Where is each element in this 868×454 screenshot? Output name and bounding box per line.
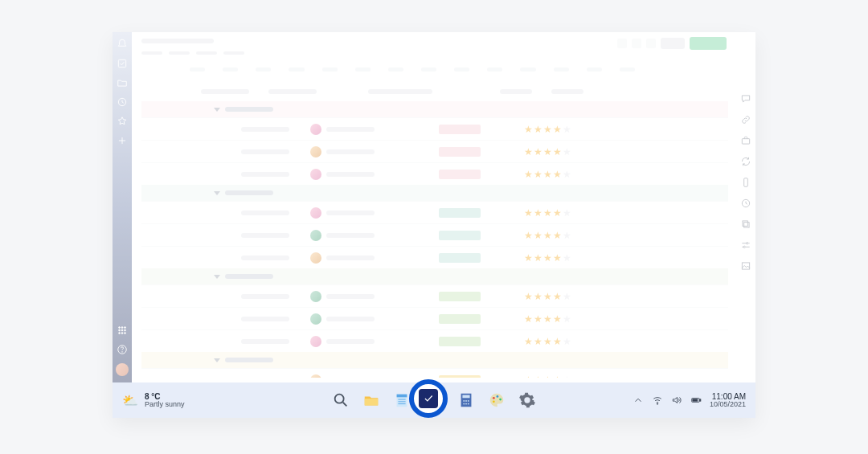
svg-point-10 [125,333,126,334]
assignee-avatar[interactable] [310,146,321,157]
clock-icon[interactable] [117,96,128,108]
cell-skeleton [326,294,375,299]
weather-widget[interactable]: ⛅ 8 °C Partly sunny [122,393,185,408]
star-icon: ★ [524,292,533,301]
chevron-down-icon [214,275,220,279]
apps-grid-icon[interactable] [117,325,128,336]
table-row[interactable]: ★★★★★ [141,162,728,185]
table-row[interactable]: ★★★★★ [141,368,728,378]
paint-icon[interactable] [487,391,506,410]
cell-skeleton [241,211,289,215]
header-icon[interactable] [632,39,641,48]
table-row[interactable]: ★★★★★ [141,140,728,162]
column-group-line [132,67,635,76]
user-avatar[interactable] [116,363,129,376]
assignee-avatar[interactable] [310,336,321,347]
comment-icon[interactable] [740,93,751,104]
cell-skeleton [241,172,289,177]
group-header[interactable] [141,268,728,284]
star-icon: ★ [563,375,571,378]
refresh-icon[interactable] [740,156,751,167]
svg-point-40 [657,403,657,404]
battery-icon[interactable] [690,395,702,406]
star-icon: ★ [543,147,552,157]
assignee-avatar[interactable] [310,252,321,264]
chevron-up-icon[interactable] [633,395,644,406]
notifications-icon[interactable] [117,39,128,50]
star-icon: ★ [563,125,571,134]
table-row[interactable]: ★★★★★ [141,329,728,352]
search-icon[interactable] [331,391,350,410]
table-row[interactable]: ★★★★★ [141,246,728,268]
header-button[interactable] [661,38,685,49]
copy-icon[interactable] [740,219,751,230]
status-tag[interactable] [439,314,481,324]
cell-skeleton [241,233,289,238]
settings-icon[interactable] [518,391,537,410]
file-explorer-icon[interactable] [362,391,381,410]
calculator-icon[interactable] [457,391,476,410]
star-icon: ★ [553,253,562,263]
star-icon: ★ [553,125,562,134]
folder-icon[interactable] [117,77,128,88]
table-row[interactable]: ★★★★★ [141,223,728,246]
plus-icon[interactable] [117,135,128,146]
status-tag[interactable] [439,253,481,263]
table-row[interactable]: ★★★★★ [141,307,728,329]
group-label-skeleton [225,190,273,195]
meistertask-logo-icon[interactable] [419,389,438,408]
svg-point-34 [465,403,467,405]
rating: ★★★★★ [524,337,571,346]
sliders-icon[interactable] [740,239,751,251]
rating: ★★★★★ [524,314,571,324]
status-tag[interactable] [439,231,481,240]
assignee-avatar[interactable] [310,374,321,378]
header-icon[interactable] [646,39,656,48]
status-tag[interactable] [439,292,481,301]
group-header[interactable] [141,185,728,201]
assignee-avatar[interactable] [310,207,321,219]
primary-button[interactable] [690,37,727,50]
link-icon[interactable] [740,114,751,125]
assignee-avatar[interactable] [310,124,321,135]
star-icon: ★ [524,231,533,240]
group-header[interactable] [141,352,728,368]
status-tag[interactable] [439,170,481,179]
svg-rect-13 [742,139,749,144]
status-tag[interactable] [439,375,481,378]
taskbar-clock[interactable]: 11:00 AM 10/05/2021 [710,392,746,409]
assignee-avatar[interactable] [310,169,321,180]
star-icon: ★ [543,208,552,218]
cell-skeleton [241,339,289,344]
svg-point-9 [121,333,123,334]
table-row[interactable]: ★★★★★ [141,201,728,223]
svg-point-18 [747,243,748,244]
phone-icon[interactable] [740,177,751,188]
group-label-skeleton [225,107,273,112]
status-tag[interactable] [439,208,481,218]
star-icon: ★ [534,375,542,378]
header-icon[interactable] [617,39,627,48]
assignee-avatar[interactable] [310,230,321,241]
group-header[interactable] [141,101,728,117]
status-tag[interactable] [439,337,481,346]
status-tag[interactable] [439,125,481,134]
wifi-icon[interactable] [652,395,663,406]
status-tag[interactable] [439,147,481,157]
task-table: ★★★★★★★★★★★★★★★★★★★★★★★★★★★★★★★★★★★★★★★★… [141,82,728,378]
svg-rect-29 [462,395,469,399]
image-icon[interactable] [740,260,751,272]
star-icon: ★ [534,170,542,179]
star-icon[interactable] [117,116,128,127]
help-icon[interactable] [117,344,128,355]
table-row[interactable]: ★★★★★ [141,117,728,140]
rating: ★★★★★ [524,231,571,240]
svg-rect-0 [118,59,125,67]
assignee-avatar[interactable] [310,313,321,325]
history-icon[interactable] [740,198,751,209]
briefcase-icon[interactable] [740,135,751,146]
checkbox-icon[interactable] [117,58,128,69]
volume-icon[interactable] [671,395,682,406]
table-row[interactable]: ★★★★★ [141,284,728,307]
assignee-avatar[interactable] [310,291,321,302]
